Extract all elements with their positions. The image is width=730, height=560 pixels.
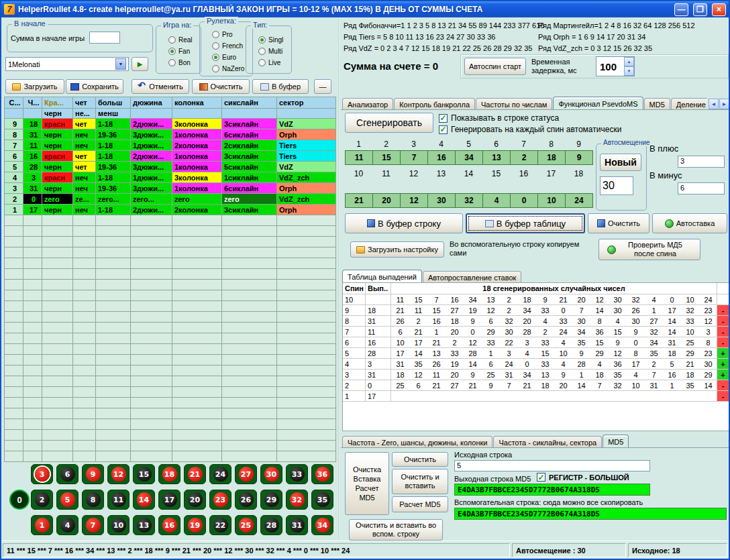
radio-option-real[interactable]: Real [164,34,193,46]
spin-up-icon[interactable]: ▲ [624,57,634,66]
tab-scroll-left-icon[interactable]: ◄ [709,99,719,109]
history-row[interactable]: 616краснчет1-182дюжи...1колонка3сиклайнT… [5,151,336,162]
history-row[interactable]: 20zeroze...zero...zero...zerozeroVdZ_zch [5,194,336,205]
board-number-21[interactable]: 21 [184,464,206,484]
radio-option-singl[interactable]: Singl [254,34,283,46]
board-number-26[interactable]: 26 [235,490,257,510]
load-settings-button[interactable]: Загрузить настройку [350,241,444,258]
tab-таблица-выпадений[interactable]: Таблица выпадений [342,270,422,283]
tab-частота-zero-шансы-дюжины-колонки[interactable]: Частота - Zero, шансы, дюжины, колонки [342,436,492,448]
board-number-12[interactable]: 12 [107,464,129,484]
board-number-24[interactable]: 24 [209,464,231,484]
buffer-button[interactable]: В буфер [252,79,309,94]
board-number-22[interactable]: 22 [209,515,231,535]
board-number-20[interactable]: 20 [184,490,206,510]
board-zero[interactable]: 0 [9,490,30,510]
md5-calc-button[interactable]: Расчет MD5 [392,496,448,512]
autobet-button[interactable]: Автоставка [652,213,727,233]
tab-scroll-right-icon[interactable]: ► [719,99,729,109]
spin-row[interactable]: 202562127219721182014732103113514- [343,380,729,391]
board-number-34[interactable]: 34 [311,515,333,535]
board-number-36[interactable]: 36 [311,464,333,484]
history-row[interactable]: 831черннеч19-363дюжи...1колонка6сиклайнO… [5,129,336,140]
md5-output-field[interactable]: E4DA3B7FBBCE2345D7772B0674A318D5 [454,484,650,496]
checkbox-show-in-status[interactable]: ✓ Показывать в строке статуса [439,113,559,123]
spin-row[interactable]: 43313526191462403342843617252130+ [343,359,729,370]
delay-input[interactable]: 100 [596,57,624,76]
tab-частота-сиклайны-сектора[interactable]: Частота - сиклайны, сектора [493,436,602,448]
board-number-10[interactable]: 10 [107,515,129,535]
copy-table-button[interactable]: В буфер таблицу [466,213,585,233]
board-number-9[interactable]: 9 [82,464,104,484]
history-row[interactable]: 528чернчет19-363дюжи...1колонка5сиклайнV… [5,162,336,172]
copy-row-button[interactable]: В буфер строку [345,213,463,233]
board-number-29[interactable]: 29 [260,490,282,510]
load-button[interactable]: Загрузить [5,79,64,94]
board-number-5[interactable]: 5 [56,490,79,510]
md5-aux-field[interactable]: E4DA3B7FBBCE2345D7772B0674A318D5 [454,508,727,520]
spin-down-icon[interactable]: ▼ [624,66,634,76]
spin-row[interactable]: 711621120029302822434361593214103- [343,327,729,337]
chevron-down-icon[interactable]: ▼ [115,58,126,70]
checkbox-generate-each-spin[interactable]: ✓ Генерировать на каждый спин автоматиче… [439,125,621,134]
clear-button[interactable]: Очистить [192,79,250,94]
radio-option-pro[interactable]: Pro [208,29,244,40]
board-number-13[interactable]: 13 [133,515,155,535]
board-number-8[interactable]: 8 [82,490,104,510]
spin-row[interactable]: 5281714133328134151092912835182923+ [343,348,729,359]
autospin-start-button[interactable]: Автоспин старт [464,58,526,75]
profile-select[interactable]: 1Melonati ▼ [5,57,129,71]
md5-clear-paste-aux-button[interactable]: Очистить и вставить во вспом. строку [349,519,443,541]
tab-деление-ко[interactable]: Деление ко... [671,98,707,110]
history-row[interactable]: 331черннеч19-363дюжи...1колонка6сиклайнO… [5,183,336,194]
plus-input[interactable]: 3 [678,156,725,168]
board-number-14[interactable]: 14 [133,490,155,510]
board-number-25[interactable]: 25 [235,515,257,535]
board-number-6[interactable]: 6 [56,464,79,484]
radio-option-live[interactable]: Live [254,57,283,68]
radio-option-multi[interactable]: Multi [254,46,283,57]
board-number-18[interactable]: 18 [158,464,180,484]
tab-автопроставление-ставок[interactable]: Автопроставление ставок [423,271,521,283]
board-number-17[interactable]: 17 [158,490,180,510]
board-number-7[interactable]: 7 [82,515,104,535]
board-number-19[interactable]: 19 [184,515,206,535]
clear-grid-button[interactable]: Очистить [588,213,649,233]
board-number-30[interactable]: 30 [260,464,282,484]
minus-input[interactable]: 6 [678,182,725,194]
generate-button[interactable]: Сгенерировать [345,113,433,133]
board-number-16[interactable]: 16 [158,515,180,535]
autoshift-value[interactable]: 30 [600,176,633,195]
md5-clear-button[interactable]: Очистить [392,452,448,467]
history-row[interactable]: 918краснчет1-182дюжи...3колонка3сиклайнV… [5,119,336,129]
spin-row[interactable]: 117- [343,391,729,402]
check-md5-button[interactable]: Проверить МД5 после спина [598,239,700,260]
tab-контроль-банкролла[interactable]: Контроль банкролла [394,98,475,110]
history-row[interactable]: 43красннеч1-181дюжи...3колонка1сиклайнVd… [5,172,336,183]
spin-row[interactable]: 831262161896322043330843027143312- [343,316,729,327]
board-number-1[interactable]: 1 [31,515,53,535]
maximize-button[interactable]: ❐ [693,3,707,16]
history-row[interactable]: 117черннеч1-182дюжи...2колонка3сиклайнOr… [5,205,336,215]
radio-option-fan[interactable]: Fan [164,46,193,57]
collapse-button[interactable]: — [314,79,331,94]
history-row[interactable]: 711черннеч1-181дюжи...2колонка2сиклайнTi… [5,140,336,151]
board-number-3[interactable]: 3 [31,464,53,484]
tab-частоты-по-числам[interactable]: Частоты по числам [476,98,552,110]
spin-row[interactable]: 91821111527191223433071430261173223- [343,305,729,316]
spin-row[interactable]: 101115716341321892120123032401024 [343,294,729,305]
board-number-2[interactable]: 2 [31,490,53,510]
checkbox-uppercase[interactable]: ✓ РЕГИСТР - БОЛЬШОЙ [537,473,629,482]
tab-md5[interactable]: MD5 [603,435,629,448]
board-number-23[interactable]: 23 [209,490,231,510]
board-number-15[interactable]: 15 [133,464,155,484]
sum-start-input[interactable] [89,32,120,44]
spin-row[interactable]: 3311812112092531341391183547161829+ [343,370,729,380]
save-button[interactable]: Сохранить [66,79,123,94]
board-number-35[interactable]: 35 [311,490,333,510]
board-number-32[interactable]: 32 [286,490,308,510]
board-number-33[interactable]: 33 [286,464,308,484]
board-number-28[interactable]: 28 [260,515,282,535]
board-number-11[interactable]: 11 [107,490,129,510]
md5-master-button[interactable]: Очистка Вставка Расчет MD5 [345,452,389,515]
